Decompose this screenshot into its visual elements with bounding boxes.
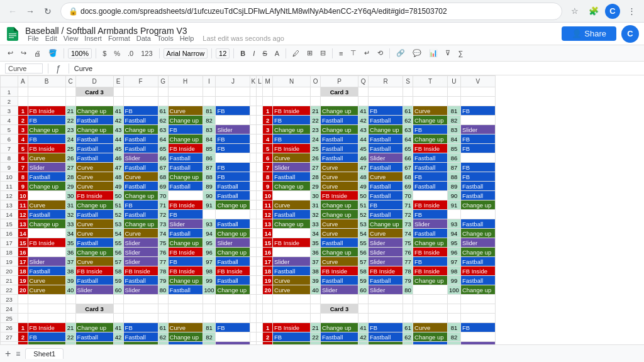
table-cell[interactable]: [216, 295, 250, 304]
table-cell[interactable]: 35: [65, 238, 75, 248]
table-cell[interactable]: [257, 191, 263, 200]
table-cell[interactable]: 23: [311, 125, 321, 134]
table-cell[interactable]: [216, 304, 250, 314]
table-cell[interactable]: Fastball: [123, 210, 158, 219]
table-cell[interactable]: 42: [358, 332, 369, 342]
table-cell[interactable]: Fastball: [413, 182, 448, 191]
undo-btn[interactable]: ↩: [5, 48, 16, 58]
table-cell[interactable]: Change up: [413, 276, 448, 285]
spreadsheet-grid[interactable]: A B C D E F G H I J K L M N O P Q: [0, 75, 644, 344]
table-cell[interactable]: 13: [18, 219, 28, 229]
table-cell[interactable]: Slider: [369, 238, 403, 248]
table-cell[interactable]: [358, 87, 369, 97]
table-cell[interactable]: [413, 97, 448, 106]
table-cell[interactable]: 71: [158, 200, 168, 210]
table-cell[interactable]: Curve: [75, 163, 113, 172]
table-cell[interactable]: [158, 87, 168, 97]
table-cell[interactable]: 80: [403, 285, 413, 295]
table-cell[interactable]: [28, 191, 65, 200]
table-cell[interactable]: 81: [448, 106, 461, 116]
table-cell[interactable]: [403, 97, 413, 106]
table-cell[interactable]: 9: [263, 182, 273, 191]
table-cell[interactable]: [18, 304, 28, 314]
table-cell[interactable]: FB Inside: [413, 200, 448, 210]
table-cell[interactable]: 4: [263, 134, 273, 144]
table-cell[interactable]: 75: [158, 238, 168, 248]
table-cell[interactable]: 12: [263, 210, 273, 219]
table-cell[interactable]: 96: [203, 248, 216, 257]
table-cell[interactable]: [369, 314, 403, 323]
table-cell[interactable]: Curve: [28, 285, 65, 295]
menu-data[interactable]: Data: [134, 35, 153, 42]
table-cell[interactable]: Curve: [321, 229, 358, 238]
table-cell[interactable]: 2: [263, 332, 273, 342]
table-cell[interactable]: 66: [158, 153, 168, 163]
table-cell[interactable]: [168, 87, 203, 97]
table-cell[interactable]: FB: [216, 163, 250, 172]
table-cell[interactable]: [65, 87, 75, 97]
table-cell[interactable]: Slider: [75, 285, 113, 295]
table-cell[interactable]: [257, 116, 263, 125]
table-cell[interactable]: [448, 87, 461, 97]
table-cell[interactable]: 94: [448, 229, 461, 238]
table-cell[interactable]: 87: [203, 163, 216, 172]
table-cell[interactable]: [358, 304, 369, 314]
table-cell[interactable]: Card 3: [321, 304, 358, 314]
table-cell[interactable]: [460, 332, 495, 342]
table-cell[interactable]: 59: [113, 276, 123, 285]
table-cell[interactable]: [460, 97, 495, 106]
table-cell[interactable]: [65, 304, 75, 314]
table-cell[interactable]: FB: [369, 200, 403, 210]
table-cell[interactable]: [250, 172, 257, 182]
table-cell[interactable]: Fastball: [75, 332, 113, 342]
table-cell[interactable]: 99: [448, 276, 461, 285]
table-cell[interactable]: 44: [113, 134, 123, 144]
table-cell[interactable]: [369, 97, 403, 106]
table-cell[interactable]: [250, 116, 257, 125]
table-cell[interactable]: FB: [273, 332, 311, 342]
table-cell[interactable]: 81: [448, 323, 461, 332]
table-cell[interactable]: 45: [358, 144, 369, 153]
table-cell[interactable]: 11: [18, 200, 28, 210]
table-cell[interactable]: FB Inside: [273, 238, 311, 248]
table-cell[interactable]: FB Inside: [273, 144, 311, 153]
table-row[interactable]: 108Fastball28Curve48Curve68Change up88FB…: [1, 172, 496, 182]
table-cell[interactable]: 95: [448, 238, 461, 248]
table-cell[interactable]: [460, 116, 495, 125]
table-cell[interactable]: [203, 314, 216, 323]
table-cell[interactable]: 33: [65, 219, 75, 229]
table-cell[interactable]: Change up: [460, 229, 495, 238]
table-cell[interactable]: 16: [18, 248, 28, 257]
table-cell[interactable]: [321, 314, 358, 323]
table-cell[interactable]: 1: [18, 106, 28, 116]
table-cell[interactable]: 44: [358, 134, 369, 144]
table-cell[interactable]: 26: [311, 153, 321, 163]
table-cell[interactable]: 47: [113, 163, 123, 172]
table-cell[interactable]: [250, 248, 257, 257]
table-cell[interactable]: 53: [113, 219, 123, 229]
table-cell[interactable]: 37: [311, 257, 321, 266]
table-cell[interactable]: FB Inside: [168, 248, 203, 257]
table-cell[interactable]: [113, 295, 123, 304]
print-btn[interactable]: 🖨: [31, 49, 43, 58]
table-cell[interactable]: 79: [158, 276, 168, 285]
table-cell[interactable]: 93: [203, 219, 216, 229]
table-cell[interactable]: 58: [358, 266, 369, 276]
table-cell[interactable]: [123, 295, 158, 304]
table-cell[interactable]: [168, 295, 203, 304]
table-cell[interactable]: [250, 87, 257, 97]
table-cell[interactable]: Curve: [273, 276, 311, 285]
table-cell[interactable]: 91: [203, 200, 216, 210]
table-cell[interactable]: 47: [358, 163, 369, 172]
table-cell[interactable]: FB Inside: [28, 238, 65, 248]
table-cell[interactable]: 5: [263, 144, 273, 153]
table-cell[interactable]: Fastball: [321, 332, 358, 342]
profile-icon[interactable]: C: [605, 4, 620, 19]
table-cell[interactable]: 97: [448, 257, 461, 266]
table-cell[interactable]: [460, 210, 495, 219]
table-cell[interactable]: [257, 314, 263, 323]
table-cell[interactable]: [257, 87, 263, 97]
menu-edit[interactable]: Edit: [43, 35, 60, 42]
table-cell[interactable]: Curve: [369, 229, 403, 238]
table-cell[interactable]: 2: [18, 116, 28, 125]
